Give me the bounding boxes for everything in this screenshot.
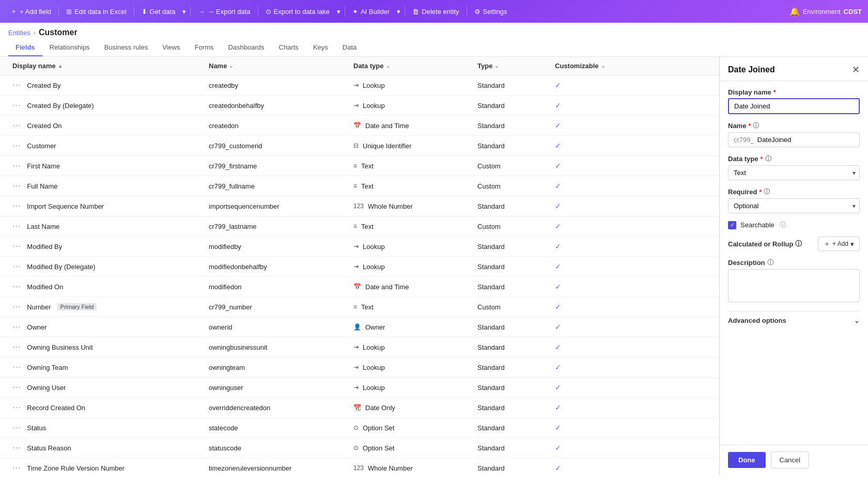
data-type-info-icon[interactable]: ⓘ (765, 154, 771, 163)
col-data-type[interactable]: Data type ⌄ (349, 57, 473, 75)
type-text: Standard (477, 384, 505, 392)
tab-data[interactable]: Data (335, 39, 364, 56)
row-menu-icon[interactable]: ··· (12, 342, 21, 352)
row-menu-icon[interactable]: ··· (12, 282, 21, 291)
required-label: Required * ⓘ (728, 188, 860, 196)
cell-display-name: ··· Number Primary Field (8, 297, 205, 317)
row-menu-icon[interactable]: ··· (12, 423, 21, 432)
cell-name: overriddencreatedon (205, 399, 349, 417)
table-row: ··· Number Primary Field cr799_number ≡ … (0, 297, 719, 317)
export-lake-chevron[interactable]: ▾ (336, 6, 342, 18)
cell-row-actions (613, 342, 633, 352)
row-menu-icon[interactable]: ··· (12, 181, 21, 191)
row-menu-icon[interactable]: ··· (12, 242, 21, 251)
cell-type: Standard (473, 459, 551, 475)
data-type-select[interactable]: Text Date and Time Lookup Whole Number O… (728, 165, 860, 180)
checkmark-icon: ✓ (555, 343, 561, 351)
type-text: Custom (477, 303, 501, 311)
tab-business-rules[interactable]: Business rules (97, 39, 156, 56)
tab-forms[interactable]: Forms (188, 39, 221, 56)
description-textarea[interactable] (728, 269, 860, 302)
cell-type: Standard (473, 97, 551, 115)
cell-type: Standard (473, 76, 551, 95)
row-menu-icon[interactable]: ··· (12, 81, 21, 90)
cell-type: Standard (473, 278, 551, 296)
row-menu-icon[interactable]: ··· (12, 141, 21, 150)
row-menu-icon[interactable]: ··· (12, 443, 21, 452)
cell-row-actions (613, 261, 633, 272)
cell-row-actions (613, 80, 633, 90)
data-type-icon: 123 (353, 202, 364, 210)
description-info-icon[interactable]: ⓘ (767, 258, 773, 267)
ai-builder-button[interactable]: ✦ AI Builder (348, 6, 394, 18)
name-info-icon[interactable]: ⓘ (753, 121, 759, 130)
data-type-text: Lookup (363, 263, 385, 271)
cell-data-type: ≡ Text (349, 298, 473, 316)
row-menu-icon[interactable]: ··· (12, 121, 21, 130)
tab-fields[interactable]: Fields (8, 39, 42, 56)
required-info-icon[interactable]: ⓘ (764, 188, 770, 196)
settings-button[interactable]: ⚙ Settings (470, 6, 512, 18)
ai-builder-chevron[interactable]: ▾ (396, 6, 401, 18)
description-label: Description ⓘ (728, 258, 860, 267)
add-field-button[interactable]: ＋ + Add field (6, 5, 55, 18)
cell-data-type: ⊙ Option Set (349, 419, 473, 437)
data-type-text: Lookup (363, 384, 385, 392)
display-name-text: Status (27, 424, 46, 432)
row-menu-icon[interactable]: ··· (12, 262, 21, 271)
delete-entity-button[interactable]: 🗑 Delete entity (408, 6, 463, 18)
calc-rollup-info-icon[interactable]: ⓘ (795, 239, 802, 248)
topbar: ＋ + Add field ⊞ Edit data in Excel ⬇ Get… (0, 0, 868, 23)
tab-charts[interactable]: Charts (272, 39, 306, 56)
bell-icon[interactable]: 🔔 (789, 7, 800, 17)
checkmark-icon: ✓ (555, 101, 561, 110)
required-select[interactable]: Optional Required Recommended (728, 198, 860, 213)
data-type-icon: 123 (353, 464, 364, 472)
calc-rollup-add-button[interactable]: ＋ + Add ▾ (818, 237, 860, 251)
col-customizable[interactable]: Customizable ⌄ (551, 57, 613, 75)
data-type-text: Lookup (363, 82, 385, 89)
name-text: cr799_number (209, 303, 252, 311)
tab-keys[interactable]: Keys (306, 39, 335, 56)
row-menu-icon[interactable]: ··· (12, 363, 21, 372)
name-text: owninguser (209, 384, 243, 392)
advanced-options-row[interactable]: Advanced options ⌄ (728, 311, 860, 330)
type-text: Standard (477, 464, 505, 472)
breadcrumb-entities[interactable]: Entities (8, 29, 30, 37)
done-button[interactable]: Done (728, 452, 766, 468)
row-menu-icon[interactable]: ··· (12, 222, 21, 231)
table-body: ··· Created By createdby ⇥ Lookup Standa… (0, 75, 719, 475)
cancel-button[interactable]: Cancel (771, 451, 809, 469)
cell-name: cr799_lastname (205, 217, 349, 236)
table-row: ··· Last Name cr799_lastname ≡ Text Cust… (0, 216, 719, 237)
row-menu-icon[interactable]: ··· (12, 403, 21, 412)
export-lake-button[interactable]: ⊙ Export to data lake (261, 6, 334, 18)
searchable-info-icon[interactable]: ⓘ (780, 221, 786, 229)
export-data-button[interactable]: → → Export data (194, 6, 254, 18)
cell-customizable: ✓ (551, 177, 613, 195)
col-name[interactable]: Name ⌄ (205, 57, 349, 75)
row-menu-icon[interactable]: ··· (12, 302, 21, 311)
edit-excel-button[interactable]: ⊞ Edit data in Excel (62, 6, 130, 18)
tab-dashboards[interactable]: Dashboards (221, 39, 271, 56)
cell-type: Standard (473, 117, 551, 135)
col-type[interactable]: Type ⌄ (473, 57, 551, 75)
checkmark-icon: ✓ (555, 182, 561, 190)
get-data-chevron[interactable]: ▾ (181, 6, 187, 18)
row-menu-icon[interactable]: ··· (12, 161, 21, 170)
display-name-input[interactable] (728, 98, 860, 114)
col-display-name[interactable]: Display name ▲ (8, 57, 205, 75)
row-menu-icon[interactable]: ··· (12, 322, 21, 332)
row-menu-icon[interactable]: ··· (12, 383, 21, 392)
checkmark-icon: ✓ (555, 262, 561, 271)
tab-relationships[interactable]: Relationships (42, 39, 97, 56)
get-data-button[interactable]: ⬇ Get data (137, 6, 180, 18)
tab-views[interactable]: Views (155, 39, 187, 56)
panel-close-button[interactable]: ✕ (852, 64, 860, 75)
row-menu-icon[interactable]: ··· (12, 101, 21, 110)
searchable-checkbox[interactable]: ✓ (728, 221, 736, 229)
data-type-icon: ⇥ (353, 364, 359, 371)
row-menu-icon[interactable]: ··· (12, 201, 21, 211)
row-menu-icon[interactable]: ··· (12, 463, 21, 473)
name-suffix-input[interactable] (757, 133, 859, 147)
